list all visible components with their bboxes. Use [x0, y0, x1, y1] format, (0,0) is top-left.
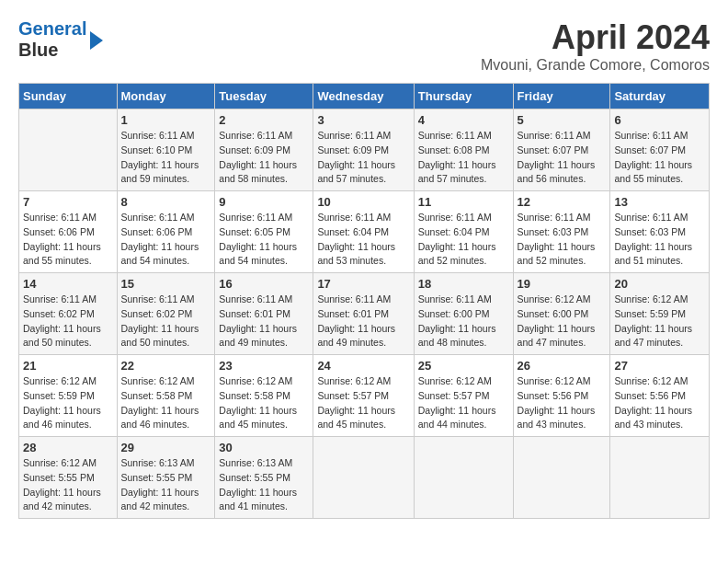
sunset-text: Sunset: 6:01 PM [317, 308, 389, 319]
cell-info: Sunrise: 6:12 AM Sunset: 5:55 PM Dayligh… [23, 456, 113, 514]
calendar-cell [19, 109, 118, 191]
sunrise-text: Sunrise: 6:11 AM [418, 293, 492, 304]
cell-info: Sunrise: 6:11 AM Sunset: 6:00 PM Dayligh… [418, 293, 509, 350]
calendar-cell: 28 Sunrise: 6:12 AM Sunset: 5:55 PM Dayl… [19, 437, 118, 519]
date-number: 4 [418, 113, 509, 127]
daylight-text: Daylight: 11 hours and 58 minutes. [219, 159, 297, 185]
sunset-text: Sunset: 6:07 PM [518, 144, 589, 155]
date-number: 2 [219, 113, 309, 127]
date-number: 11 [418, 195, 509, 209]
sunset-text: Sunset: 6:06 PM [23, 226, 95, 237]
cell-info: Sunrise: 6:11 AM Sunset: 6:07 PM Dayligh… [518, 129, 607, 187]
date-number: 24 [317, 359, 409, 373]
cell-info: Sunrise: 6:13 AM Sunset: 5:55 PM Dayligh… [219, 456, 309, 514]
cell-info: Sunrise: 6:12 AM Sunset: 5:56 PM Dayligh… [614, 374, 705, 432]
daylight-text: Daylight: 11 hours and 45 minutes. [219, 405, 297, 431]
cell-info: Sunrise: 6:12 AM Sunset: 5:58 PM Dayligh… [219, 374, 309, 432]
sunset-text: Sunset: 5:58 PM [121, 390, 193, 401]
calendar-cell: 11 Sunrise: 6:11 AM Sunset: 6:04 PM Dayl… [414, 191, 513, 273]
header-monday: Monday [117, 84, 215, 109]
date-number: 3 [317, 113, 409, 127]
sunrise-text: Sunrise: 6:11 AM [121, 293, 195, 304]
calendar-cell: 13 Sunrise: 6:11 AM Sunset: 6:03 PM Dayl… [610, 191, 710, 273]
cell-info: Sunrise: 6:11 AM Sunset: 6:08 PM Dayligh… [418, 129, 509, 187]
sunrise-text: Sunrise: 6:11 AM [219, 212, 292, 223]
sunrise-text: Sunrise: 6:11 AM [317, 130, 391, 141]
date-number: 12 [518, 195, 607, 209]
title-block: April 2024 Mvouni, Grande Comore, Comoro… [481, 18, 710, 74]
calendar-header-row: Sunday Monday Tuesday Wednesday Thursday… [19, 84, 710, 109]
calendar-cell [414, 437, 513, 519]
calendar-cell: 30 Sunrise: 6:13 AM Sunset: 5:55 PM Dayl… [215, 437, 313, 519]
daylight-text: Daylight: 11 hours and 55 minutes. [614, 159, 692, 185]
sunrise-text: Sunrise: 6:12 AM [518, 293, 591, 304]
page-subtitle: Mvouni, Grande Comore, Comoros [481, 57, 710, 74]
logo: General Blue [18, 18, 103, 61]
date-number: 9 [219, 195, 309, 209]
sunrise-text: Sunrise: 6:11 AM [317, 212, 391, 223]
cell-info: Sunrise: 6:12 AM Sunset: 5:58 PM Dayligh… [121, 374, 211, 432]
calendar-cell: 19 Sunrise: 6:12 AM Sunset: 6:00 PM Dayl… [513, 273, 610, 355]
sunset-text: Sunset: 6:09 PM [317, 144, 389, 155]
sunrise-text: Sunrise: 6:12 AM [121, 375, 195, 386]
calendar-cell: 27 Sunrise: 6:12 AM Sunset: 5:56 PM Dayl… [610, 355, 710, 437]
cell-info: Sunrise: 6:11 AM Sunset: 6:09 PM Dayligh… [317, 129, 409, 187]
calendar-cell [610, 437, 710, 519]
date-number: 25 [418, 359, 509, 373]
daylight-text: Daylight: 11 hours and 47 minutes. [614, 323, 692, 349]
sunset-text: Sunset: 6:04 PM [418, 226, 490, 237]
header-thursday: Thursday [414, 84, 513, 109]
sunset-text: Sunset: 5:55 PM [23, 472, 95, 483]
calendar-cell: 14 Sunrise: 6:11 AM Sunset: 6:02 PM Dayl… [19, 273, 118, 355]
date-number: 6 [614, 113, 705, 127]
sunset-text: Sunset: 6:01 PM [219, 308, 290, 319]
cell-info: Sunrise: 6:12 AM Sunset: 5:56 PM Dayligh… [518, 374, 607, 432]
sunset-text: Sunset: 5:59 PM [614, 308, 686, 319]
daylight-text: Daylight: 11 hours and 52 minutes. [518, 241, 596, 267]
daylight-text: Daylight: 11 hours and 45 minutes. [317, 405, 395, 431]
daylight-text: Daylight: 11 hours and 49 minutes. [317, 323, 395, 349]
date-number: 5 [518, 113, 607, 127]
header-wednesday: Wednesday [313, 84, 414, 109]
date-number: 17 [317, 277, 409, 291]
cell-info: Sunrise: 6:13 AM Sunset: 5:55 PM Dayligh… [121, 456, 211, 514]
calendar-cell: 3 Sunrise: 6:11 AM Sunset: 6:09 PM Dayli… [313, 109, 414, 191]
daylight-text: Daylight: 11 hours and 47 minutes. [518, 323, 596, 349]
daylight-text: Daylight: 11 hours and 54 minutes. [121, 241, 199, 267]
date-number: 23 [219, 359, 309, 373]
daylight-text: Daylight: 11 hours and 56 minutes. [518, 159, 596, 185]
sunrise-text: Sunrise: 6:12 AM [418, 375, 492, 386]
calendar-cell [313, 437, 414, 519]
calendar-cell: 24 Sunrise: 6:12 AM Sunset: 5:57 PM Dayl… [313, 355, 414, 437]
sunset-text: Sunset: 6:02 PM [121, 308, 193, 319]
date-number: 30 [219, 441, 309, 454]
calendar-cell: 21 Sunrise: 6:12 AM Sunset: 5:59 PM Dayl… [19, 355, 118, 437]
calendar-cell: 17 Sunrise: 6:11 AM Sunset: 6:01 PM Dayl… [313, 273, 414, 355]
cell-info: Sunrise: 6:11 AM Sunset: 6:03 PM Dayligh… [614, 211, 705, 269]
sunrise-text: Sunrise: 6:13 AM [219, 457, 292, 468]
sunrise-text: Sunrise: 6:11 AM [121, 130, 195, 141]
sunrise-text: Sunrise: 6:12 AM [518, 375, 591, 386]
calendar-cell: 26 Sunrise: 6:12 AM Sunset: 5:56 PM Dayl… [513, 355, 610, 437]
sunrise-text: Sunrise: 6:11 AM [614, 130, 688, 141]
daylight-text: Daylight: 11 hours and 59 minutes. [121, 159, 199, 185]
sunset-text: Sunset: 5:59 PM [23, 390, 95, 401]
header-saturday: Saturday [610, 84, 710, 109]
cell-info: Sunrise: 6:11 AM Sunset: 6:01 PM Dayligh… [219, 293, 309, 350]
daylight-text: Daylight: 11 hours and 52 minutes. [418, 241, 496, 267]
sunset-text: Sunset: 6:05 PM [219, 226, 290, 237]
cell-info: Sunrise: 6:11 AM Sunset: 6:07 PM Dayligh… [614, 129, 705, 187]
date-number: 16 [219, 277, 309, 291]
calendar-week-row: 14 Sunrise: 6:11 AM Sunset: 6:02 PM Dayl… [19, 273, 710, 355]
calendar-cell: 18 Sunrise: 6:11 AM Sunset: 6:00 PM Dayl… [414, 273, 513, 355]
calendar-cell: 7 Sunrise: 6:11 AM Sunset: 6:06 PM Dayli… [19, 191, 118, 273]
daylight-text: Daylight: 11 hours and 42 minutes. [121, 487, 199, 512]
page-title: April 2024 [481, 18, 710, 57]
sunrise-text: Sunrise: 6:11 AM [23, 212, 97, 223]
calendar-week-row: 1 Sunrise: 6:11 AM Sunset: 6:10 PM Dayli… [19, 109, 710, 191]
sunrise-text: Sunrise: 6:11 AM [121, 212, 195, 223]
calendar-cell: 22 Sunrise: 6:12 AM Sunset: 5:58 PM Dayl… [117, 355, 215, 437]
daylight-text: Daylight: 11 hours and 42 minutes. [23, 487, 101, 512]
daylight-text: Daylight: 11 hours and 48 minutes. [418, 323, 496, 349]
calendar-week-row: 21 Sunrise: 6:12 AM Sunset: 5:59 PM Dayl… [19, 355, 710, 437]
